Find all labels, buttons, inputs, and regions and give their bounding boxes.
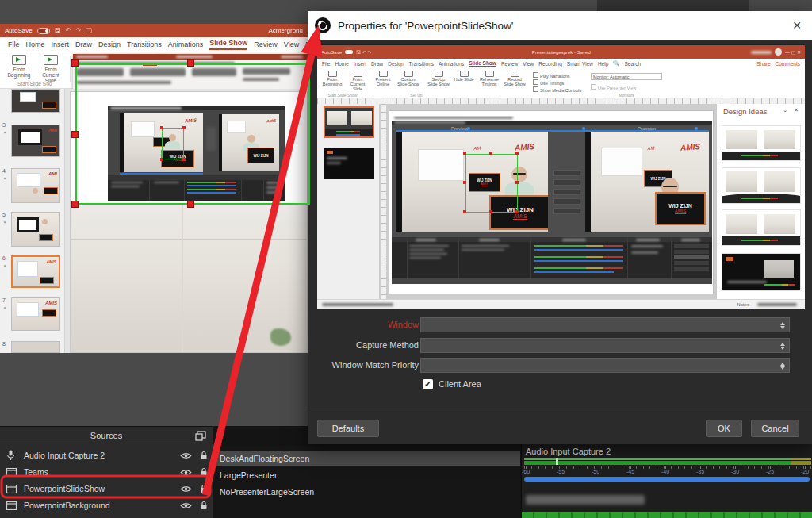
- source-row-powerpoint-background[interactable]: PowerpointBackground: [0, 497, 213, 513]
- preview-slide-canvas: Preview Program AMIS AM: [389, 110, 714, 294]
- volume-meter: [524, 461, 811, 465]
- scene-row-large-presenter[interactable]: LargePresenter: [214, 467, 520, 482]
- undo-icon[interactable]: ↶: [66, 27, 71, 34]
- window-icon: [6, 468, 17, 477]
- source-name: Audio Input Capture 2: [24, 451, 105, 460]
- match-priority-label: Window Match Priority: [324, 358, 419, 373]
- volume-slider[interactable]: [524, 477, 810, 482]
- from-beginning-button[interactable]: From Beginning: [5, 55, 33, 78]
- slide-thumb-5[interactable]: [11, 212, 60, 247]
- design-idea-thumb[interactable]: [722, 209, 801, 246]
- capture-method-combobox[interactable]: Automatic: [420, 338, 790, 353]
- client-area-checkbox[interactable]: ✓: [423, 379, 433, 389]
- source-row-powerpoint-slideshow[interactable]: PowerpointSlideShow: [0, 481, 213, 497]
- audio-mixer-panel: Audio Input Capture 2 -60 -55 -50 -45 -4…: [521, 444, 812, 518]
- slide-room-image: [71, 203, 308, 353]
- ppt-titlebar: AutoSave 🖫 ↶ ↷ 🖵 Achtergrond: [0, 24, 308, 37]
- source-row-teams[interactable]: Teams: [0, 464, 213, 480]
- scene-row-desk-and-floating[interactable]: DeskAndFloatingScreen: [214, 451, 520, 466]
- studio-program-pane: AMIS AM WIJ ZIJN WIJ ZIJN AMIS: [585, 132, 709, 232]
- close-icon[interactable]: ✕: [794, 107, 799, 113]
- screen: AutoSave 🖫 ↶ ↷ 🖵 Achtergrond File Home I…: [0, 0, 812, 518]
- dialog-titlebar[interactable]: Properties for 'PowerpointSlideShow' ✕: [308, 11, 812, 40]
- preview-ribbon: From Beginning From Current Slide Presen…: [317, 68, 805, 98]
- slide-thumb-7[interactable]: AMIS: [11, 297, 60, 331]
- mixer-source-name: Audio Input Capture 2: [526, 447, 611, 456]
- present-icon[interactable]: 🖵: [86, 27, 92, 35]
- preview-ppt-titlebar: AutoSave 🖫 ↶ ↷ Presentatiegesprek - Save…: [317, 45, 805, 59]
- close-icon[interactable]: ✕: [788, 17, 806, 33]
- eye-icon[interactable]: [180, 469, 192, 476]
- ppt-filename: Achtergrond: [268, 27, 303, 34]
- selection-handle[interactable]: [71, 131, 79, 138]
- window-field-label: Window: [324, 317, 419, 332]
- spinner-icons: [779, 320, 787, 331]
- preview-slide-thumb-2: [324, 148, 374, 179]
- slide-thumb-6-selected[interactable]: AMIS: [11, 255, 60, 288]
- redo-icon[interactable]: ↷: [75, 27, 81, 34]
- window-icon: [6, 501, 17, 510]
- capture-preview: AutoSave 🖫 ↶ ↷ Presentatiegesprek - Save…: [317, 44, 805, 309]
- scene-row-no-presenter[interactable]: NoPresenterLargeScreen: [214, 484, 520, 499]
- slide-number: 3: [2, 122, 6, 128]
- ppt-autosave-label: AutoSave: [5, 27, 33, 34]
- tab-design[interactable]: Design: [98, 40, 121, 48]
- tab-slide-show[interactable]: Slide Show: [209, 39, 247, 50]
- save-icon[interactable]: 🖫: [55, 27, 61, 34]
- preview-statusbar: Notes: [317, 299, 805, 309]
- window-combobox[interactable]: [POWERPNT.EXE]: PowerPoint Slide Show - …: [420, 317, 790, 332]
- design-idea-thumb[interactable]: [722, 125, 801, 161]
- slide-thumb-2[interactable]: [11, 89, 60, 113]
- eye-icon[interactable]: [180, 485, 192, 493]
- design-ideas-title: Design Ideas: [723, 107, 767, 116]
- tab-view[interactable]: View: [284, 40, 299, 48]
- sources-panel-header: Sources: [0, 428, 213, 443]
- window-icon: [6, 485, 17, 493]
- tab-home[interactable]: Home: [26, 40, 45, 48]
- lock-icon[interactable]: [200, 451, 208, 460]
- cancel-button[interactable]: Cancel: [751, 420, 799, 437]
- client-area-label: Client Area: [439, 379, 481, 389]
- source-row-audio-input[interactable]: Audio Input Capture 2: [0, 447, 213, 463]
- source-name: Teams: [24, 467, 48, 477]
- eye-icon[interactable]: [180, 452, 192, 459]
- source-name: PowerpointBackground: [24, 501, 110, 510]
- selection-handle[interactable]: [71, 201, 79, 208]
- match-priority-combobox[interactable]: Match title, otherwise find window of sa…: [420, 358, 790, 373]
- blurred-source-name: [526, 495, 645, 505]
- chevron-down-icon[interactable]: ⌄: [783, 107, 787, 113]
- lock-icon[interactable]: [200, 467, 208, 477]
- selection-handle[interactable]: [187, 201, 194, 208]
- slide-thumb-8[interactable]: [11, 341, 60, 353]
- tab-insert[interactable]: Insert: [52, 40, 70, 48]
- tab-file[interactable]: File: [8, 40, 20, 48]
- slide-thumb-4[interactable]: AMI: [11, 168, 60, 203]
- selection-handle[interactable]: [187, 59, 194, 67]
- autosave-toggle[interactable]: [37, 28, 50, 34]
- selection-handle[interactable]: [71, 59, 79, 67]
- ok-button[interactable]: OK: [706, 420, 742, 437]
- scene-list: DeskAndFloatingScreen LargePresenter NoP…: [214, 446, 520, 518]
- preview-ruler: [317, 98, 805, 104]
- slide-thumb-3[interactable]: AMI: [11, 125, 60, 157]
- defaults-button[interactable]: Defaults: [317, 420, 379, 437]
- tick-label: -60: [518, 469, 534, 474]
- tab-review[interactable]: Review: [254, 40, 278, 48]
- from-current-slide-button[interactable]: From Current Slide: [36, 55, 65, 83]
- source-name: PowerpointSlideShow: [24, 484, 105, 493]
- panel-popout-icon[interactable]: [195, 431, 206, 441]
- tab-draw[interactable]: Draw: [75, 40, 92, 48]
- eye-icon[interactable]: [180, 502, 192, 509]
- meter-peak-marker: [556, 458, 558, 465]
- design-idea-thumb[interactable]: [722, 167, 801, 204]
- mic-icon: [6, 450, 17, 461]
- lock-icon[interactable]: [200, 484, 208, 493]
- tab-transitions[interactable]: Transitions: [127, 40, 162, 48]
- tab-animations[interactable]: Animations: [168, 40, 204, 48]
- obs-logo-icon: [314, 17, 331, 34]
- selection-rectangle[interactable]: [75, 63, 310, 205]
- preview-workspace: Preview Program AMIS AM: [317, 104, 805, 299]
- design-ideas-panel: Design Ideas ⌄ ✕: [716, 104, 805, 299]
- lock-icon[interactable]: [200, 501, 208, 510]
- design-idea-thumb[interactable]: [722, 253, 801, 291]
